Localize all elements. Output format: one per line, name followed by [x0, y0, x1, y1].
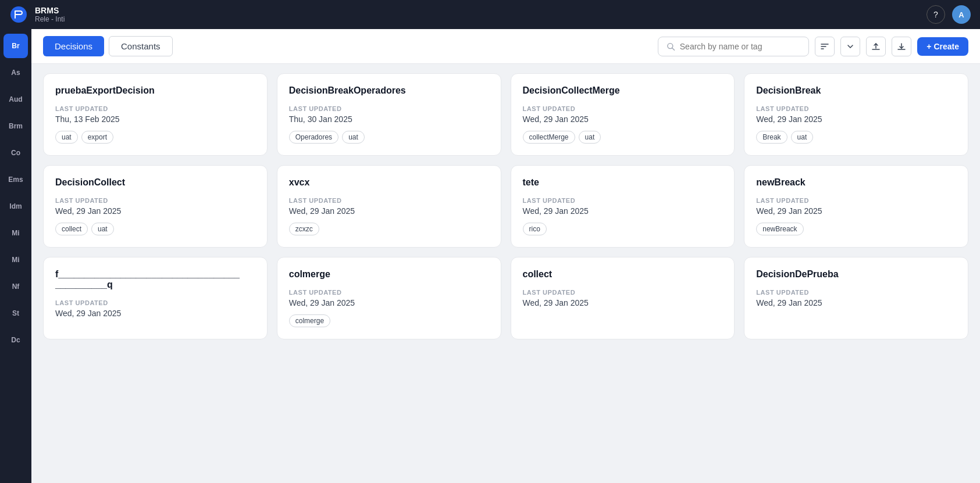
- card-date: Wed, 29 Jan 2025: [756, 298, 956, 307]
- card-tag[interactable]: uat: [55, 131, 78, 144]
- card-tag[interactable]: uat: [91, 223, 114, 235]
- card-tag[interactable]: export: [81, 131, 113, 144]
- card-tags: Breakuat: [756, 131, 956, 144]
- card-title: collect: [523, 269, 723, 280]
- card-date: Wed, 29 Jan 2025: [756, 206, 956, 216]
- card-date: Wed, 29 Jan 2025: [55, 309, 255, 318]
- navbar: BRMS Rele - Inti ? A: [0, 0, 980, 29]
- card-title: f_______________________________________…: [55, 269, 255, 290]
- card-title: DecisionCollectMerge: [523, 85, 723, 96]
- create-button[interactable]: + Create: [917, 37, 968, 56]
- card-tag[interactable]: collectMerge: [523, 131, 575, 144]
- card-last-updated-label: LAST UPDATED: [55, 105, 255, 112]
- decision-card[interactable]: DecisionBreakOperadoresLAST UPDATEDThu, …: [277, 73, 501, 156]
- card-title: DecisionBreak: [756, 85, 956, 96]
- card-title: tete: [523, 177, 723, 188]
- card-last-updated-label: LAST UPDATED: [523, 197, 723, 204]
- card-tags: zcxzc: [289, 223, 489, 235]
- sidebar-item-br[interactable]: Br: [3, 34, 28, 58]
- decision-card[interactable]: DecisionCollectMergeLAST UPDATEDWed, 29 …: [511, 73, 735, 156]
- svg-line-2: [672, 48, 675, 50]
- card-tags: collectMergeuat: [523, 131, 723, 144]
- card-last-updated-label: LAST UPDATED: [55, 197, 255, 204]
- card-title: DecisionBreakOperadores: [289, 85, 489, 96]
- card-tag[interactable]: Break: [756, 131, 787, 144]
- card-date: Wed, 29 Jan 2025: [523, 115, 723, 124]
- card-date: Wed, 29 Jan 2025: [523, 298, 723, 307]
- filter-dropdown-button[interactable]: [840, 37, 860, 56]
- content-area: DecisionsConstants: [31, 29, 980, 483]
- card-last-updated-label: LAST UPDATED: [289, 289, 489, 296]
- sidebar: BrAsAudBrmCoEmsIdmMiMiNfStDc: [0, 29, 31, 483]
- card-tags: newBreack: [756, 223, 956, 235]
- main-layout: BrAsAudBrmCoEmsIdmMiMiNfStDc DecisionsCo…: [0, 29, 980, 483]
- card-date: Thu, 13 Feb 2025: [55, 115, 255, 124]
- sidebar-item-mi1[interactable]: Mi: [3, 221, 28, 245]
- card-title: colmerge: [289, 269, 489, 280]
- navbar-left: BRMS Rele - Inti: [9, 5, 65, 24]
- help-button[interactable]: ?: [926, 5, 945, 24]
- sidebar-item-ems[interactable]: Ems: [3, 167, 28, 192]
- card-title: DecisionDePrueba: [756, 269, 956, 280]
- decision-card[interactable]: pruebaExportDecisionLAST UPDATEDThu, 13 …: [43, 73, 268, 156]
- sidebar-item-co[interactable]: Co: [3, 141, 28, 165]
- decision-card[interactable]: f_______________________________________…: [43, 257, 268, 339]
- card-tag[interactable]: uat: [579, 131, 601, 144]
- search-box: [658, 37, 809, 56]
- card-tag[interactable]: colmerge: [289, 314, 330, 327]
- search-icon: [667, 42, 675, 51]
- card-last-updated-label: LAST UPDATED: [523, 105, 723, 112]
- app-name: BRMS: [35, 6, 65, 15]
- card-tags: colmerge: [289, 314, 489, 327]
- decision-card[interactable]: collectLAST UPDATEDWed, 29 Jan 2025: [511, 257, 735, 339]
- decision-card[interactable]: DecisionBreakLAST UPDATEDWed, 29 Jan 202…: [744, 73, 968, 156]
- card-last-updated-label: LAST UPDATED: [756, 289, 956, 296]
- topbar: DecisionsConstants: [31, 29, 980, 64]
- card-tag[interactable]: Operadores: [289, 131, 338, 144]
- download-icon: [897, 42, 906, 51]
- sidebar-item-dc[interactable]: Dc: [3, 328, 28, 352]
- decision-card[interactable]: newBreackLAST UPDATEDWed, 29 Jan 2025new…: [744, 165, 968, 248]
- card-last-updated-label: LAST UPDATED: [289, 197, 489, 204]
- card-date: Wed, 29 Jan 2025: [55, 206, 255, 216]
- tab-decisions[interactable]: Decisions: [43, 36, 104, 56]
- decision-card[interactable]: DecisionDePruebaLAST UPDATEDWed, 29 Jan …: [744, 257, 968, 339]
- card-tag[interactable]: uat: [342, 131, 365, 144]
- decision-card[interactable]: xvcxLAST UPDATEDWed, 29 Jan 2025zcxzc: [277, 165, 501, 248]
- sort-button[interactable]: [815, 37, 835, 56]
- create-button-label: + Create: [926, 42, 959, 51]
- card-tag[interactable]: newBreack: [756, 223, 803, 235]
- sidebar-item-as[interactable]: As: [3, 60, 28, 85]
- sidebar-item-brm[interactable]: Brm: [3, 114, 28, 138]
- sidebar-item-mi2[interactable]: Mi: [3, 248, 28, 272]
- upload-button[interactable]: [866, 37, 886, 56]
- card-tags: Operadoresuat: [289, 131, 489, 144]
- search-input[interactable]: [680, 42, 801, 51]
- tab-constants[interactable]: Constants: [109, 36, 173, 56]
- sidebar-item-idm[interactable]: Idm: [3, 194, 28, 219]
- help-icon: ?: [933, 10, 938, 19]
- card-date: Wed, 29 Jan 2025: [523, 206, 723, 216]
- card-last-updated-label: LAST UPDATED: [55, 299, 255, 306]
- cards-grid: pruebaExportDecisionLAST UPDATEDThu, 13 …: [43, 73, 968, 339]
- card-tags: uatexport: [55, 131, 255, 144]
- card-tag[interactable]: uat: [791, 131, 814, 144]
- download-button[interactable]: [892, 37, 911, 56]
- card-last-updated-label: LAST UPDATED: [756, 105, 956, 112]
- card-tag[interactable]: collect: [55, 223, 88, 235]
- card-tag[interactable]: zcxzc: [289, 223, 319, 235]
- sidebar-item-st[interactable]: St: [3, 301, 28, 325]
- decision-card[interactable]: colmergeLAST UPDATEDWed, 29 Jan 2025colm…: [277, 257, 501, 339]
- sidebar-item-aud[interactable]: Aud: [3, 87, 28, 112]
- card-date: Wed, 29 Jan 2025: [289, 206, 489, 216]
- user-avatar[interactable]: A: [952, 5, 971, 24]
- card-last-updated-label: LAST UPDATED: [289, 105, 489, 112]
- card-last-updated-label: LAST UPDATED: [756, 197, 956, 204]
- topbar-right: + Create: [658, 37, 968, 56]
- card-date: Wed, 29 Jan 2025: [756, 115, 956, 124]
- card-tag[interactable]: rico: [523, 223, 547, 235]
- sidebar-item-nf[interactable]: Nf: [3, 274, 28, 299]
- decision-card[interactable]: teteLAST UPDATEDWed, 29 Jan 2025rico: [511, 165, 735, 248]
- decision-card[interactable]: DecisionCollectLAST UPDATEDWed, 29 Jan 2…: [43, 165, 268, 248]
- navbar-right: ? A: [926, 5, 971, 24]
